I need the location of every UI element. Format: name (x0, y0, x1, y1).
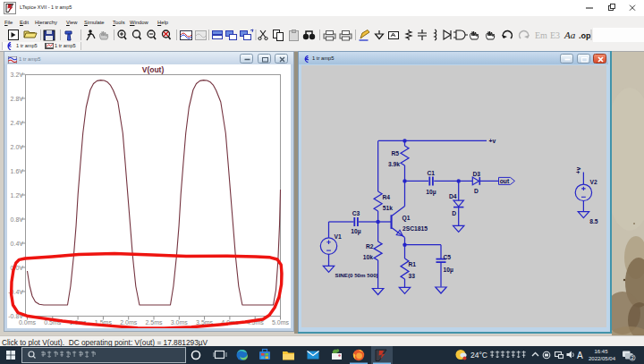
svg-text:2SC1815: 2SC1815 (402, 225, 428, 232)
svg-text:2022/05/04: 2022/05/04 (589, 356, 616, 361)
svg-text:V1: V1 (335, 233, 342, 240)
svg-text:2.0ms: 2.0ms (120, 319, 138, 326)
svg-text:2.4V: 2.4V (11, 120, 24, 126)
svg-text:0.8V: 0.8V (11, 216, 24, 223)
svg-text:0.0ms: 0.0ms (19, 319, 37, 326)
svg-text:2.5ms: 2.5ms (145, 319, 163, 326)
svg-text:R2: R2 (366, 243, 374, 250)
svg-text:.op: .op (579, 31, 591, 40)
svg-text:0.4V: 0.4V (11, 241, 24, 247)
svg-text:+v: +v (575, 167, 581, 174)
svg-text:D4: D4 (449, 193, 457, 199)
svg-text:Em: Em (535, 30, 547, 40)
svg-text:1.6V: 1.6V (11, 168, 24, 174)
svg-text:D: D (452, 210, 456, 216)
svg-text:24°C: 24°C (470, 351, 487, 360)
svg-text:16:45: 16:45 (594, 349, 608, 354)
svg-text:Q1: Q1 (402, 215, 411, 222)
svg-text:33: 33 (409, 273, 416, 279)
svg-text:10µ: 10µ (426, 189, 436, 196)
svg-text:8.5: 8.5 (589, 218, 598, 224)
svg-text:2.0V: 2.0V (11, 144, 24, 150)
svg-text:10µ: 10µ (351, 228, 360, 235)
svg-text:R5: R5 (391, 150, 399, 157)
svg-text:R1: R1 (409, 261, 417, 267)
svg-text:A: A (577, 351, 583, 360)
svg-text:D3: D3 (473, 171, 481, 177)
svg-text:C5: C5 (444, 254, 452, 260)
svg-text:51k: 51k (383, 205, 393, 211)
svg-text:3.2V: 3.2V (11, 72, 24, 78)
svg-text:out: out (500, 178, 510, 184)
svg-text:Aa: Aa (564, 30, 576, 40)
svg-text:+v: +v (489, 138, 496, 144)
svg-text:10k: 10k (363, 254, 373, 260)
svg-text:3.0ms: 3.0ms (171, 319, 189, 326)
svg-text:10µ: 10µ (444, 267, 453, 274)
svg-text:2: 2 (631, 355, 633, 360)
svg-text:3.9k: 3.9k (388, 161, 400, 167)
svg-text:V2: V2 (590, 179, 597, 185)
svg-text:5.0ms: 5.0ms (272, 319, 290, 326)
svg-text:2.8V: 2.8V (11, 96, 24, 102)
svg-text:R4: R4 (383, 194, 391, 200)
svg-text:C1: C1 (428, 170, 436, 176)
svg-text:D: D (474, 188, 479, 194)
svg-text:V(out): V(out) (142, 65, 165, 74)
svg-text:E3: E3 (550, 30, 560, 40)
svg-text:1.2V: 1.2V (11, 192, 24, 199)
svg-text:C3: C3 (352, 210, 360, 216)
svg-text:SINE(0 50m 500): SINE(0 50m 500) (335, 272, 378, 278)
